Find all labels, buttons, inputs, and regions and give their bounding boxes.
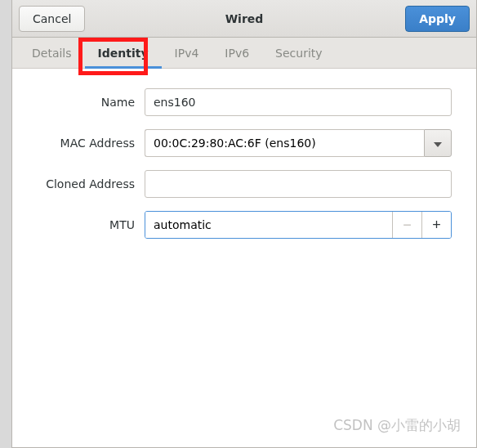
row-name: Name xyxy=(29,88,452,116)
name-label: Name xyxy=(29,96,135,109)
row-mtu: MTU − + xyxy=(29,211,452,239)
plus-icon: + xyxy=(432,217,441,234)
tab-details[interactable]: Details xyxy=(19,38,85,68)
mtu-label: MTU xyxy=(29,218,135,231)
minus-icon: − xyxy=(403,217,412,234)
cloned-input[interactable] xyxy=(145,170,452,198)
tab-ipv4[interactable]: IPv4 xyxy=(162,38,212,68)
mtu-spin: − + xyxy=(145,211,452,239)
row-cloned: Cloned Address xyxy=(29,170,452,198)
mac-dropdown-button[interactable] xyxy=(424,129,452,157)
tab-security[interactable]: Security xyxy=(262,38,336,68)
titlebar: Cancel Wired Apply xyxy=(12,0,476,38)
apply-button[interactable]: Apply xyxy=(405,6,470,32)
mtu-input[interactable] xyxy=(145,212,392,238)
mtu-decrement-button[interactable]: − xyxy=(392,212,421,238)
cloned-label: Cloned Address xyxy=(29,177,135,190)
tab-bar: Details Identity IPv4 IPv6 Security xyxy=(12,38,476,69)
row-mac: MAC Address xyxy=(29,129,452,157)
identity-form: Name MAC Address Cloned Address xyxy=(12,69,476,447)
chevron-down-icon xyxy=(434,137,442,150)
mac-combo xyxy=(145,129,452,157)
network-settings-dialog: Cancel Wired Apply Details Identity IPv4… xyxy=(11,0,477,448)
tab-ipv6[interactable]: IPv6 xyxy=(212,38,262,68)
name-input[interactable] xyxy=(145,88,452,116)
mac-input[interactable] xyxy=(145,129,424,157)
tab-identity[interactable]: Identity xyxy=(85,38,162,68)
mtu-increment-button[interactable]: + xyxy=(421,212,451,238)
cancel-button[interactable]: Cancel xyxy=(19,6,85,32)
mac-label: MAC Address xyxy=(29,137,135,150)
